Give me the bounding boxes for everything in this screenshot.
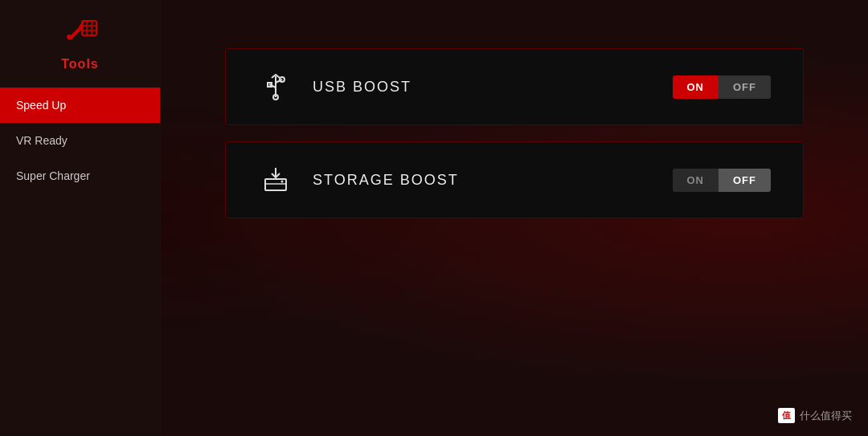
svg-point-0 [67,35,72,39]
svg-rect-1 [82,21,96,35]
main-content: USB BOOST ON OFF STORAGE BOOST ON OFF [161,0,868,436]
tools-icon [61,16,100,51]
storage-icon [258,165,293,195]
storage-boost-on-button[interactable]: ON [673,169,719,192]
usb-boost-label: USB BOOST [313,79,653,96]
sidebar-item-super-charger[interactable]: Super Charger [0,158,160,194]
sidebar-nav: Speed Up VR Ready Super Charger [0,88,160,194]
usb-boost-card: USB BOOST ON OFF [225,48,804,125]
sidebar: Tools Speed Up VR Ready Super Charger [0,0,161,436]
sidebar-item-speed-up[interactable]: Speed Up [0,88,160,123]
svg-point-14 [281,181,284,183]
storage-boost-label: STORAGE BOOST [313,172,653,189]
storage-boost-off-button[interactable]: OFF [719,169,771,192]
usb-boost-off-button[interactable]: OFF [719,75,771,99]
watermark: 值 什么值得买 [778,408,852,423]
usb-boost-on-button[interactable]: ON [673,75,719,99]
sidebar-icon-area [61,16,100,51]
watermark-icon: 值 [778,408,795,423]
usb-icon [258,71,293,102]
storage-boost-toggle: ON OFF [673,169,772,192]
watermark-text: 什么值得买 [800,409,852,423]
sidebar-item-vr-ready[interactable]: VR Ready [0,123,160,158]
sidebar-title: Tools [61,57,98,71]
sidebar-logo: Tools [61,16,100,71]
storage-boost-card: STORAGE BOOST ON OFF [225,141,804,218]
usb-boost-toggle: ON OFF [673,75,772,99]
